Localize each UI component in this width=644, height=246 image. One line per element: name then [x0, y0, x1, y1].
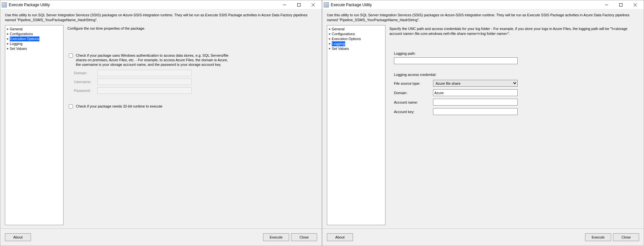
account-key-row: Account key: [394, 108, 638, 115]
nav-label: Configurations [332, 32, 355, 36]
about-button[interactable]: About [5, 233, 31, 241]
nav-label: Set Values [10, 46, 27, 51]
maximize-button[interactable] [292, 1, 306, 9]
password-label: Password: [74, 89, 97, 93]
domain-label: Domain: [74, 71, 97, 75]
logging-path-input[interactable] [394, 57, 518, 64]
close-button-footer[interactable]: Close [613, 233, 639, 241]
nav-item-general[interactable]: ➤General [6, 27, 63, 32]
svg-rect-5 [620, 3, 623, 6]
nav-label: Execution Options [332, 36, 361, 41]
about-button[interactable]: About [327, 233, 353, 241]
content-header: Configure the run time properties of the… [67, 26, 316, 30]
nav-arrow-icon: ➤ [329, 27, 331, 32]
minimize-button[interactable] [599, 1, 614, 9]
nav-label: Execution Options [10, 36, 39, 41]
nav-arrow-icon: ➤ [7, 41, 9, 46]
content-header: Specify the UNC path and access credenti… [389, 26, 638, 36]
auth-checkbox[interactable] [69, 53, 73, 58]
intro-text: Use this utility to run SQL Server Integ… [322, 9, 644, 25]
body: Use this utility to run SQL Server Integ… [0, 9, 322, 246]
titlebar: Execute Package Utility [0, 0, 322, 9]
username-label: Username: [74, 80, 97, 84]
logging-group: Logging path: Logging access credential:… [394, 51, 638, 115]
domain-input[interactable] [433, 89, 518, 96]
nav-arrow-icon: ➤ [7, 46, 9, 51]
bit32-checkbox[interactable] [69, 104, 73, 109]
nav-item-set-values[interactable]: ➤Set Values [6, 46, 63, 51]
svg-rect-1 [298, 3, 301, 6]
password-input [97, 87, 192, 94]
file-source-label: File source type: [394, 81, 433, 85]
bit32-checkbox-label: Check if your package needs 32-bit runti… [76, 104, 162, 109]
main-split: ➤General ➤Configurations ➤Execution Opti… [0, 25, 322, 228]
close-button[interactable] [628, 1, 642, 9]
account-key-input[interactable] [433, 108, 518, 115]
nav-item-execution-options[interactable]: ➤Execution Options [328, 36, 385, 41]
nav-arrow-icon: ➤ [7, 32, 9, 36]
nav-pane: ➤General ➤Configurations ➤Execution Opti… [327, 25, 385, 225]
account-name-input[interactable] [433, 99, 518, 106]
nav-label: General [10, 27, 22, 32]
bit32-checkbox-row: Check if your package needs 32-bit runti… [67, 104, 316, 109]
nav-pane: ➤General ➤Configurations ➤Execution Opti… [5, 25, 63, 225]
titlebar: Execute Package Utility [322, 0, 644, 9]
nav-arrow-icon: ➤ [329, 46, 331, 51]
footer: About Execute Close [0, 228, 322, 246]
content-pane: Configure the run time properties of the… [67, 25, 318, 225]
window-title: Execute Package Utility [331, 3, 599, 7]
nav-arrow-icon: ➤ [7, 36, 9, 41]
execute-button[interactable]: Execute [585, 233, 611, 241]
auth-checkbox-label: Check if your package uses Windows authe… [76, 53, 229, 67]
account-key-label: Account key: [394, 110, 433, 114]
nav-label: General [332, 27, 344, 32]
close-button-footer[interactable]: Close [291, 233, 317, 241]
nav-item-configurations[interactable]: ➤Configurations [6, 32, 63, 36]
nav-item-logging[interactable]: ➤Logging [328, 41, 385, 46]
content-pane: Specify the UNC path and access credenti… [389, 25, 640, 225]
app-icon [2, 2, 7, 7]
nav-arrow-icon: ➤ [329, 41, 331, 46]
nav-label: Set Values [332, 46, 349, 51]
account-name-row: Account name: [394, 99, 638, 106]
app-icon [324, 2, 329, 7]
nav-label: Configurations [10, 32, 33, 36]
window-title: Execute Package Utility [9, 3, 277, 7]
nav-item-set-values[interactable]: ➤Set Values [328, 46, 385, 51]
username-input [97, 79, 192, 85]
nav-arrow-icon: ➤ [329, 32, 331, 36]
domain-label: Domain: [394, 91, 433, 95]
footer: About Execute Close [322, 228, 644, 246]
nav-item-configurations[interactable]: ➤Configurations [328, 32, 385, 36]
nav-label: Logging [332, 41, 345, 46]
password-row: Password: [74, 87, 316, 94]
window-controls [599, 1, 642, 9]
execute-button[interactable]: Execute [263, 233, 289, 241]
logging-path-label: Logging path: [394, 51, 638, 55]
nav-item-general[interactable]: ➤General [328, 27, 385, 32]
file-source-select[interactable]: Azure file share [433, 80, 518, 87]
auth-fields: Domain: Username: Password: [74, 70, 316, 94]
account-name-label: Account name: [394, 100, 433, 104]
body: Use this utility to run SQL Server Integ… [322, 9, 644, 246]
file-source-row: File source type: Azure file share [394, 80, 638, 87]
window-left: Execute Package Utility Use this utility… [0, 0, 322, 246]
nav-label: Logging [10, 41, 22, 46]
intro-text: Use this utility to run SQL Server Integ… [0, 9, 322, 25]
close-button[interactable] [306, 1, 320, 9]
domain-input [97, 70, 192, 76]
nav-item-logging[interactable]: ➤Logging [6, 41, 63, 46]
nav-arrow-icon: ➤ [7, 27, 9, 32]
maximize-button[interactable] [614, 1, 628, 9]
main-split: ➤General ➤Configurations ➤Execution Opti… [322, 25, 644, 228]
logging-cred-label: Logging access credential: [394, 73, 638, 77]
username-row: Username: [74, 79, 316, 85]
minimize-button[interactable] [277, 1, 292, 9]
window-controls [277, 1, 320, 9]
auth-checkbox-row: Check if your package uses Windows authe… [67, 53, 316, 67]
nav-item-execution-options[interactable]: ➤Execution Options [6, 36, 63, 41]
domain-row: Domain: [74, 70, 316, 76]
nav-arrow-icon: ➤ [329, 36, 331, 41]
window-right: Execute Package Utility Use this utility… [322, 0, 644, 246]
domain-row: Domain: [394, 89, 638, 96]
